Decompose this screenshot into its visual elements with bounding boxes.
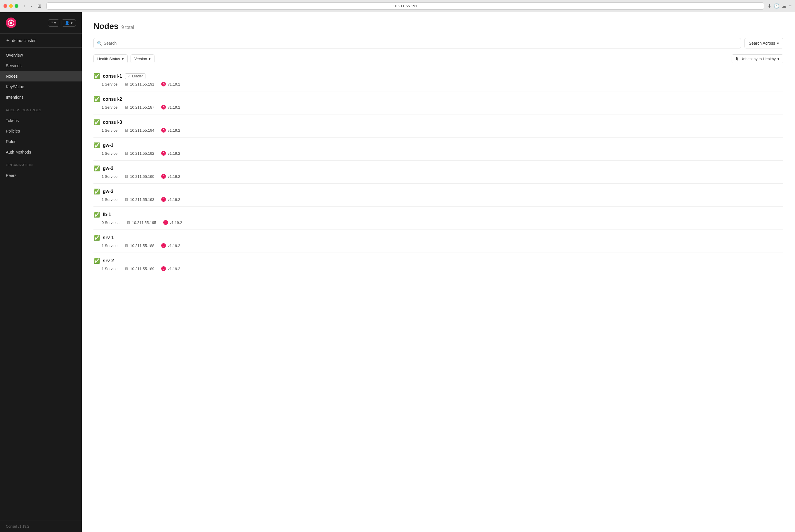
search-across-button[interactable]: Search Across ▾ [744,38,783,49]
node-row-top: ✅ consul-3 [93,119,783,126]
sidebar-item-label: Auth Methods [6,150,31,154]
forward-button[interactable]: › [29,3,34,10]
sidebar-item-overview[interactable]: Overview [0,50,82,60]
version-label: Version [134,57,147,61]
node-name: gw-3 [103,189,113,194]
sidebar-item-policies[interactable]: Policies [0,126,82,136]
sidebar-item-services[interactable]: Services [0,60,82,71]
table-row[interactable]: ✅ consul-3 1 Service 🖥 10.211.55.194 C v… [93,114,783,137]
sort-button[interactable]: ⇅ Unhealthy to Healthy ▾ [732,54,783,63]
download-icon[interactable]: ⬇ [768,3,771,9]
sidebar-item-label: Overview [6,53,23,58]
version-value: v1.19.2 [168,197,180,202]
user-button[interactable]: 👤 ▾ [62,19,76,26]
consul-version-icon: C [161,174,166,179]
version-value: v1.19.2 [168,105,180,110]
node-version: C v1.19.2 [161,174,180,179]
minimize-button[interactable] [9,4,13,8]
table-row[interactable]: ✅ gw-1 1 Service 🖥 10.211.55.192 C v1.19… [93,137,783,160]
table-row[interactable]: ✅ gw-3 1 Service 🖥 10.211.55.193 C v1.19… [93,184,783,207]
services-label: 1 Service [102,267,117,271]
node-ip: 🖥 10.211.55.192 [125,151,154,156]
node-ip: 🖥 10.211.55.195 [127,221,156,225]
sidebar-item-auth-methods[interactable]: Auth Methods [0,147,82,157]
server-icon: 🖥 [125,267,128,271]
main-content: Nodes 9 total 🔍 Search Across ▾ Health S… [82,12,795,532]
sidebar: ? ▾ 👤 ▾ ✦ demo-cluster Overview Services… [0,12,82,532]
svg-point-1 [10,22,12,24]
sidebar-item-label: Services [6,63,22,68]
ip-address: 10.211.55.189 [130,267,154,271]
services-label: 1 Service [102,244,117,248]
sidebar-item-tokens[interactable]: Tokens [0,115,82,126]
table-row[interactable]: ✅ consul-1 ☆ Leader 1 Service 🖥 10.211.5… [93,68,783,91]
services-label: 1 Service [102,151,117,156]
table-row[interactable]: ✅ lb-1 0 Services 🖥 10.211.55.195 C v1.1… [93,207,783,230]
ip-address: 10.211.55.188 [130,244,154,248]
health-check-icon: ✅ [93,211,100,218]
node-row-meta: 1 Service 🖥 10.211.55.189 C v1.19.2 [93,266,783,271]
help-button[interactable]: ? ▾ [48,19,60,26]
node-services: 1 Service [102,244,117,248]
node-ip: 🖥 10.211.55.188 [125,244,154,248]
node-row-top: ✅ consul-2 [93,96,783,102]
node-row-top: ✅ gw-1 [93,142,783,149]
node-services: 1 Service [102,105,117,110]
node-name: consul-3 [103,120,122,125]
sidebar-item-intentions[interactable]: Intentions [0,92,82,102]
version-value: v1.19.2 [168,128,180,133]
cluster-icon: ✦ [6,38,10,43]
node-services: 1 Service [102,197,117,202]
node-ip: 🖥 10.211.55.190 [125,174,154,179]
sidebar-item-keyvalue[interactable]: Key/Value [0,81,82,92]
consul-version-icon: C [161,128,166,133]
node-row-meta: 1 Service 🖥 10.211.55.190 C v1.19.2 [93,174,783,179]
node-row-meta: 1 Service 🖥 10.211.55.193 C v1.19.2 [93,197,783,202]
close-button[interactable] [3,4,7,8]
ip-address: 10.211.55.187 [130,105,154,110]
new-tab-icon[interactable]: + [789,3,792,9]
address-bar[interactable]: 10.211.55.191 [46,2,764,10]
node-row-meta: 1 Service 🖥 10.211.55.192 C v1.19.2 [93,151,783,156]
sidebar-item-roles[interactable]: Roles [0,136,82,147]
sidebar-item-peers[interactable]: Peers [0,170,82,181]
back-button[interactable]: ‹ [22,3,27,10]
health-check-icon: ✅ [93,234,100,241]
node-name: gw-2 [103,166,113,171]
table-row[interactable]: ✅ gw-2 1 Service 🖥 10.211.55.190 C v1.19… [93,160,783,184]
sidebar-item-nodes[interactable]: Nodes [0,71,82,81]
table-row[interactable]: ✅ srv-2 1 Service 🖥 10.211.55.189 C v1.1… [93,253,783,276]
services-label: 0 Services [102,221,119,225]
organization-nav: Peers [0,168,82,183]
cloud-icon[interactable]: ☁ [782,3,787,9]
consul-version-icon: C [161,105,166,110]
history-icon[interactable]: 🕐 [774,3,779,9]
node-ip: 🖥 10.211.55.191 [125,82,154,87]
node-services: 1 Service [102,128,117,133]
sidebar-item-label: Peers [6,173,17,178]
svg-point-2 [11,20,12,21]
main-nav: Overview Services Nodes Key/Value Intent… [0,48,82,105]
node-row-meta: 1 Service 🖥 10.211.55.191 C v1.19.2 [93,82,783,87]
search-input[interactable] [93,38,741,49]
health-status-filter[interactable]: Health Status ▾ [93,54,128,63]
consul-version-icon: C [161,151,166,156]
leader-badge: ☆ Leader [125,73,146,79]
services-label: 1 Service [102,174,117,179]
server-icon: 🖥 [125,82,128,87]
fullscreen-button[interactable] [15,4,18,8]
grid-button[interactable]: ⊞ [36,3,43,10]
logo [6,18,16,28]
node-row-top: ✅ consul-1 ☆ Leader [93,73,783,79]
browser-actions: ⬇ 🕐 ☁ + [768,3,792,9]
traffic-lights [3,4,18,8]
version-filter[interactable]: Version ▾ [131,54,154,63]
page-title: Nodes [93,22,118,31]
consul-logo [6,18,16,28]
consul-version-icon: C [161,82,166,87]
app-container: ? ▾ 👤 ▾ ✦ demo-cluster Overview Services… [0,12,795,532]
table-row[interactable]: ✅ srv-1 1 Service 🖥 10.211.55.188 C v1.1… [93,230,783,253]
node-services: 1 Service [102,174,117,179]
chevron-down-icon: ▾ [777,57,779,61]
table-row[interactable]: ✅ consul-2 1 Service 🖥 10.211.55.187 C v… [93,91,783,114]
